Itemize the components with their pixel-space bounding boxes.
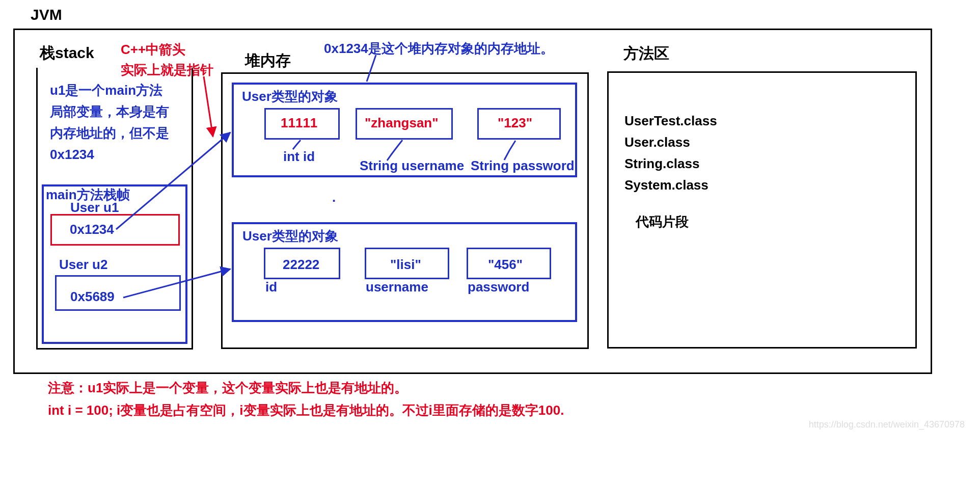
code-fragment-label: 代码片段 xyxy=(636,213,689,231)
heap-title: 堆内存 xyxy=(245,50,291,71)
jvm-title: JVM xyxy=(31,6,62,23)
watermark: https://blog.csdn.net/weixin_43670978 xyxy=(809,419,965,430)
footer-note-2: int i = 100; i变量也是占有空间，i变量实际上也是有地址的。不过i里… xyxy=(48,402,564,419)
obj2-username-value: "lisi" xyxy=(390,257,421,273)
obj2-id-value: 22222 xyxy=(283,257,319,273)
u1-label: User u1 xyxy=(70,200,119,216)
stack-annotation: u1是一个main方法局部变量，本身是有内存地址的，但不是0x1234 xyxy=(50,79,169,165)
class-list: UserTest.classUser.classString.classSyst… xyxy=(624,110,717,196)
obj1-id-label: int id xyxy=(283,149,315,165)
obj2-username-label: username xyxy=(366,279,428,295)
u2-value: 0x5689 xyxy=(70,289,115,305)
obj1-username-label: String username xyxy=(360,158,464,174)
obj1-username-value: "zhangsan" xyxy=(365,115,439,131)
u2-label: User u2 xyxy=(59,257,107,273)
obj1-password-label: String password xyxy=(471,158,575,174)
u1-value: 0x1234 xyxy=(70,222,114,237)
obj2-id-label: id xyxy=(265,279,277,295)
stack-title: 栈stack xyxy=(40,43,94,64)
obj2-title: User类型的对象 xyxy=(242,227,338,245)
obj1-id-value: 11111 xyxy=(281,115,317,131)
cpp-pointer-note: C++中箭头实际上就是指针 xyxy=(121,39,213,80)
obj2-password-label: password xyxy=(468,279,529,295)
method-area-title: 方法区 xyxy=(623,43,669,64)
obj1-password-value: "123" xyxy=(498,115,532,131)
footer-note-1: 注意：u1实际上是一个变量，这个变量实际上也是有地址的。 xyxy=(48,379,407,397)
obj2-password-value: "456" xyxy=(488,257,523,273)
obj1-title: User类型的对象 xyxy=(242,88,338,105)
heap-address-note: 0x1234是这个堆内存对象的内存地址。 xyxy=(324,40,554,58)
heap-dot: . xyxy=(332,190,336,205)
